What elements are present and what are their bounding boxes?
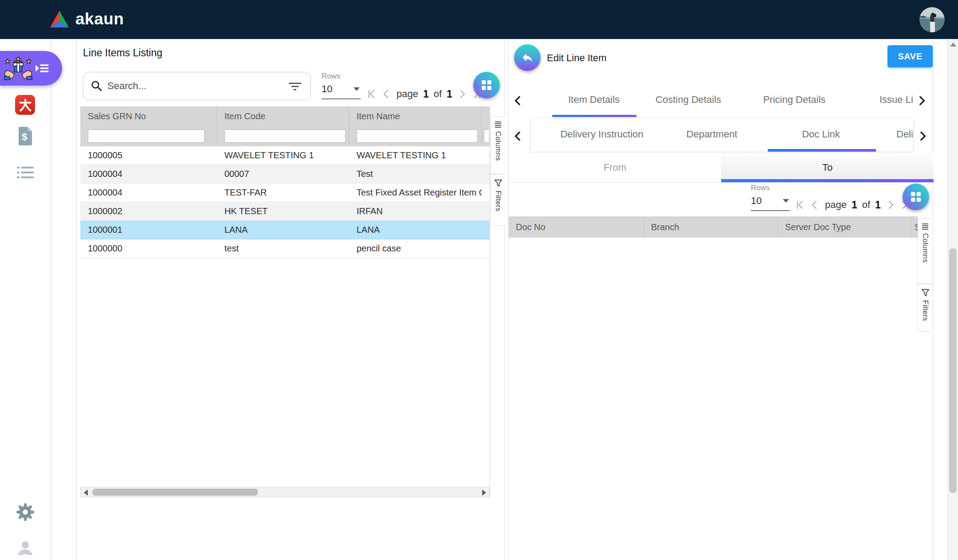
filters-label: Filters [494,191,502,211]
line-items-table: Sales GRN No Item Code Item Name 1000005… [80,106,490,258]
active-tab-underline [552,115,636,117]
columns-label: Columns [494,131,502,161]
column-header-item-code: Item Code [217,106,349,126]
tab-costing-details[interactable]: Costing Details [656,94,721,106]
sidebar-item-account[interactable] [0,539,50,557]
from-to-tabs: From To [509,153,934,183]
filter-list-icon[interactable] [288,81,302,92]
first-page-button[interactable] [365,89,377,99]
scroll-right-arrow-icon[interactable] [482,490,486,496]
line-items-panel: Line Items Listing Rows 10 [76,39,505,560]
brand-logo[interactable]: akaun [49,10,124,28]
columns-tool-button[interactable]: Columns [918,218,932,284]
grid-view-button[interactable] [903,184,929,210]
table-row-selected[interactable]: 1000001 LANA LANA [80,221,490,239]
prev-page-button[interactable] [380,89,393,99]
tab-doc-link[interactable]: Doc Link [802,129,840,140]
tab-item-details[interactable]: Item Details [568,94,620,106]
rows-per-page: Rows 10 [751,184,792,211]
subtabs-scroll-right-icon[interactable] [917,130,928,142]
sidebar-item-listing[interactable] [0,166,50,179]
tabs-scroll-left-icon[interactable] [512,95,524,106]
grid-view-button[interactable] [473,72,500,98]
page-word: page [395,88,420,100]
tab-issue-link[interactable]: Issue Li [879,94,915,106]
filter-input-sales-grn-no[interactable] [88,129,204,143]
table-header-row: Sales GRN No Item Code Item Name [80,106,490,126]
cell-item-name: Test [349,165,482,183]
page-current: 1 [422,88,430,100]
table-row[interactable]: 1000002 HK TESET IRFAN [80,202,490,221]
scroll-up-arrow-icon[interactable] [950,43,956,47]
pagination: page 1 of 1 [365,82,483,106]
filter-input-item-code[interactable] [224,129,346,143]
filters-tool-button[interactable]: Filters [918,284,932,332]
left-sidebar: $ [0,39,50,560]
akaun-triangle-logo-icon [49,10,70,28]
first-page-button[interactable] [793,200,806,210]
of-word: of [861,199,872,211]
cell-item-code: test [217,239,349,258]
tab-department[interactable]: Department [687,129,738,140]
table-row[interactable]: 1000000 test pencil case [80,239,490,258]
cell-item-code: TEST-FAR [217,184,349,202]
cell-item-name: WAVELET TESTING 1 [349,146,482,164]
user-avatar[interactable] [919,7,945,32]
horizontal-scrollbar-thumb[interactable] [92,489,258,496]
table-row[interactable]: 1000004 TEST-FAR Test Fixed Asset Regist… [80,184,490,202]
page-total: 1 [874,199,882,211]
cell-sales-grn-no: 1000001 [80,221,217,239]
chevron-down-icon [783,199,789,203]
sidebar-item-workspace[interactable] [0,51,62,86]
rows-select[interactable]: 10 [751,193,790,211]
table-row[interactable]: 1000004 00007 Test [80,165,490,184]
tab-from[interactable]: From [509,153,721,182]
search-input[interactable] [107,80,276,92]
tab-to[interactable]: To [721,153,934,182]
column-header-sales-grn-no: Sales GRN No [80,106,217,126]
column-header-clipped [482,106,490,126]
next-page-button[interactable] [456,89,468,99]
tabs-scroll-right-icon[interactable] [916,95,927,106]
edit-line-item-panel: Edit Line Item SAVE Item Details Costing… [508,39,933,560]
table-right-divider [490,106,490,497]
settings-gear-icon [16,503,35,521]
back-button[interactable] [514,44,541,71]
chevron-down-icon [353,87,360,91]
top-navbar: akaun [0,0,958,39]
sidebar-item-settings[interactable] [0,503,50,521]
columns-tool-button[interactable]: Columns [491,116,505,174]
tab-delivery-instruction[interactable]: Delivery Instruction [560,129,643,140]
tab-to-label: To [822,162,832,173]
prev-page-button[interactable] [809,200,821,210]
sidebar-item-billing[interactable]: $ [0,126,50,146]
cell-sales-grn-no: 1000005 [80,146,217,164]
cell-item-code: HK TESET [217,202,349,220]
page-current: 1 [851,199,858,211]
filter-input-item-name[interactable] [357,129,478,143]
rows-value: 10 [751,195,762,207]
drag-grip-icon [494,121,502,128]
rows-label: Rows [322,72,362,81]
next-page-button[interactable] [884,200,897,210]
tab-pricing-details[interactable]: Pricing Details [763,94,826,106]
filter-input-clipped[interactable] [484,129,490,143]
rows-select[interactable]: 10 [322,82,361,99]
tab-bar-primary: Item Details Costing Details Pricing Det… [509,83,934,118]
vertical-scrollbar-thumb[interactable] [949,248,957,493]
scroll-left-arrow-icon[interactable] [84,490,88,496]
tab-delivery-clipped[interactable]: Deli [896,129,913,140]
grid-icon [909,190,923,204]
cell-item-name: LANA [349,221,482,239]
subtabs-scroll-left-icon[interactable] [512,130,524,142]
sidebar-item-da-app[interactable] [0,95,50,115]
table-filter-row [80,126,490,146]
gift-icon [4,56,33,80]
of-word: of [432,88,443,100]
save-button[interactable]: SAVE [887,45,933,67]
table-row[interactable]: 1000005 WAVELET TESTING 1 WAVELET TESTIN… [80,146,490,165]
menu-open-icon[interactable] [35,62,49,75]
filters-tool-button[interactable]: Filters [491,174,505,226]
vertical-scrollbar [947,39,958,560]
list-icon [17,166,34,179]
